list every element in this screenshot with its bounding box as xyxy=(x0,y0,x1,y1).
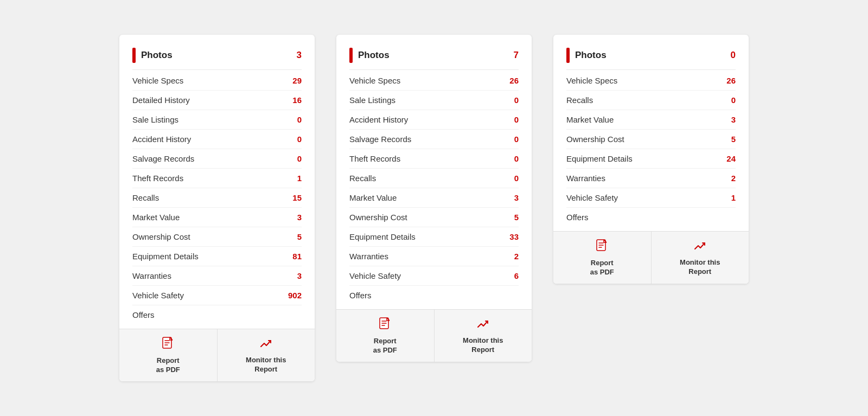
card-1-row-6-value: 1 xyxy=(286,174,302,183)
card-1-row-2: Detailed History16 xyxy=(132,91,302,110)
card-3-row-3-value: 3 xyxy=(720,115,736,124)
card-1-row-4: Accident History0 xyxy=(132,130,302,149)
card-1-row-9-label-wrapper: Ownership Cost xyxy=(132,232,190,241)
card-3-row-7-label-wrapper: Vehicle Safety xyxy=(566,193,618,202)
card-2-row-0-label-wrapper: Photos xyxy=(349,48,390,63)
card-2-row-9-label-wrapper: Equipment Details xyxy=(349,232,416,241)
card-3-monitor-icon xyxy=(693,240,706,255)
card-1-row-7-value: 15 xyxy=(286,193,302,202)
card-2-row-8: Ownership Cost5 xyxy=(349,208,519,227)
card-2-row-5-value: 0 xyxy=(503,154,519,163)
card-3-row-0: Photos0 xyxy=(566,46,736,70)
card-2-row-2-value: 0 xyxy=(503,95,519,105)
card-2-row-9-label: Equipment Details xyxy=(349,232,416,241)
card-2-row-1-label-wrapper: Vehicle Specs xyxy=(349,76,400,85)
card-3-row-2-value: 0 xyxy=(720,95,736,105)
card-2-row-12: Offers xyxy=(349,286,519,305)
card-2-report-pdf-button[interactable]: Reportas PDF xyxy=(336,310,435,362)
card-3-row-3: Market Value3 xyxy=(566,110,736,130)
card-1-row-7: Recalls15 xyxy=(132,188,302,208)
card-1-row-5: Salvage Records0 xyxy=(132,149,302,169)
card-2-row-5-label: Theft Records xyxy=(349,154,400,163)
card-1-row-10: Equipment Details81 xyxy=(132,247,302,266)
card-1-monitor-report-button[interactable]: Monitor thisReport xyxy=(218,329,315,381)
card-3-red-bar xyxy=(566,48,570,63)
card-1-content: Photos3Vehicle Specs29Detailed History16… xyxy=(119,35,315,329)
card-2-row-2-label: Sale Listings xyxy=(349,95,395,105)
card-2-row-0-label: Photos xyxy=(358,50,390,61)
card-2-row-6: Recalls0 xyxy=(349,169,519,188)
card-1-row-9-value: 5 xyxy=(286,232,302,241)
card-3-row-4: Ownership Cost5 xyxy=(566,130,736,149)
card-2-row-4-label-wrapper: Salvage Records xyxy=(349,135,411,144)
card-3-row-1-value: 26 xyxy=(720,76,736,85)
card-1-monitor-report-label: Monitor thisReport xyxy=(246,356,286,374)
card-3-row-6-value: 2 xyxy=(720,174,736,183)
card-3-row-2: Recalls0 xyxy=(566,91,736,110)
card-2-row-3: Accident History0 xyxy=(349,110,519,130)
card-2-row-12-label: Offers xyxy=(349,291,372,300)
card-2-row-2-label-wrapper: Sale Listings xyxy=(349,95,395,105)
card-2-monitor-report-label: Monitor thisReport xyxy=(463,336,503,355)
card-1-row-5-label-wrapper: Salvage Records xyxy=(132,154,194,163)
card-1: Photos3Vehicle Specs29Detailed History16… xyxy=(119,35,315,381)
card-1-row-8-label: Market Value xyxy=(132,213,180,222)
card-2-row-8-label: Ownership Cost xyxy=(349,213,407,222)
card-1-row-12: Vehicle Safety902 xyxy=(132,286,302,305)
card-3-content: Photos0Vehicle Specs26Recalls0Market Val… xyxy=(553,35,749,231)
card-2-row-6-value: 0 xyxy=(503,174,519,183)
card-3-row-7-label: Vehicle Safety xyxy=(566,193,618,202)
card-1-row-10-value: 81 xyxy=(286,252,302,261)
card-1-row-4-label-wrapper: Accident History xyxy=(132,135,191,144)
card-2-row-10-label-wrapper: Warranties xyxy=(349,252,388,261)
card-2-row-0-value: 7 xyxy=(503,50,519,61)
card-1-row-13: Offers xyxy=(132,305,302,324)
card-2-red-bar xyxy=(349,48,353,63)
card-3-pdf-icon xyxy=(596,239,608,255)
card-1-row-6-label-wrapper: Theft Records xyxy=(132,174,183,183)
card-3-row-0-value: 0 xyxy=(720,50,736,61)
card-1-report-pdf-label: Reportas PDF xyxy=(156,356,180,375)
card-3-row-2-label-wrapper: Recalls xyxy=(566,95,593,105)
card-2-row-4: Salvage Records0 xyxy=(349,130,519,149)
card-2-row-4-label: Salvage Records xyxy=(349,135,411,144)
card-1-row-6: Theft Records1 xyxy=(132,169,302,188)
card-3-row-8-label: Offers xyxy=(566,213,589,222)
card-2-row-7-label-wrapper: Market Value xyxy=(349,193,397,202)
card-1-row-9: Ownership Cost5 xyxy=(132,227,302,247)
card-2-row-1-label: Vehicle Specs xyxy=(349,76,400,85)
card-2-row-7: Market Value3 xyxy=(349,188,519,208)
card-3-row-5-value: 24 xyxy=(720,154,736,163)
card-2-row-11-value: 6 xyxy=(503,271,519,280)
card-2-row-9-value: 33 xyxy=(503,232,519,241)
card-1-row-13-label-wrapper: Offers xyxy=(132,310,155,319)
card-1-row-2-label-wrapper: Detailed History xyxy=(132,95,190,105)
card-1-row-13-label: Offers xyxy=(132,310,155,319)
card-3-row-6: Warranties2 xyxy=(566,169,736,188)
card-3-row-5-label: Equipment Details xyxy=(566,154,633,163)
card-1-row-0-label: Photos xyxy=(141,50,173,61)
card-2-row-6-label: Recalls xyxy=(349,174,376,183)
card-1-row-11: Warranties3 xyxy=(132,266,302,286)
card-1-row-3-value: 0 xyxy=(286,115,302,124)
card-2: Photos7Vehicle Specs26Sale Listings0Acci… xyxy=(336,35,532,362)
card-3-row-4-label-wrapper: Ownership Cost xyxy=(566,135,624,144)
card-1-row-1-label: Vehicle Specs xyxy=(132,76,183,85)
card-3-monitor-report-button[interactable]: Monitor thisReport xyxy=(652,232,749,284)
card-2-row-6-label-wrapper: Recalls xyxy=(349,174,376,183)
card-2-row-7-value: 3 xyxy=(503,193,519,202)
card-3-row-3-label-wrapper: Market Value xyxy=(566,115,614,124)
card-3-row-7: Vehicle Safety1 xyxy=(566,188,736,208)
card-2-monitor-report-button[interactable]: Monitor thisReport xyxy=(435,310,532,362)
card-1-row-1-value: 29 xyxy=(286,76,302,85)
card-3-row-8-label-wrapper: Offers xyxy=(566,213,589,222)
card-3-report-pdf-button[interactable]: Reportas PDF xyxy=(553,232,652,284)
card-2-row-11-label-wrapper: Vehicle Safety xyxy=(349,271,401,280)
card-1-report-pdf-button[interactable]: Reportas PDF xyxy=(119,329,218,381)
card-2-row-11-label: Vehicle Safety xyxy=(349,271,401,280)
card-3-row-6-label: Warranties xyxy=(566,174,605,183)
card-1-row-12-value: 902 xyxy=(286,291,302,300)
card-2-row-5-label-wrapper: Theft Records xyxy=(349,154,400,163)
card-2-pdf-icon xyxy=(379,317,391,334)
card-1-row-3: Sale Listings0 xyxy=(132,110,302,130)
